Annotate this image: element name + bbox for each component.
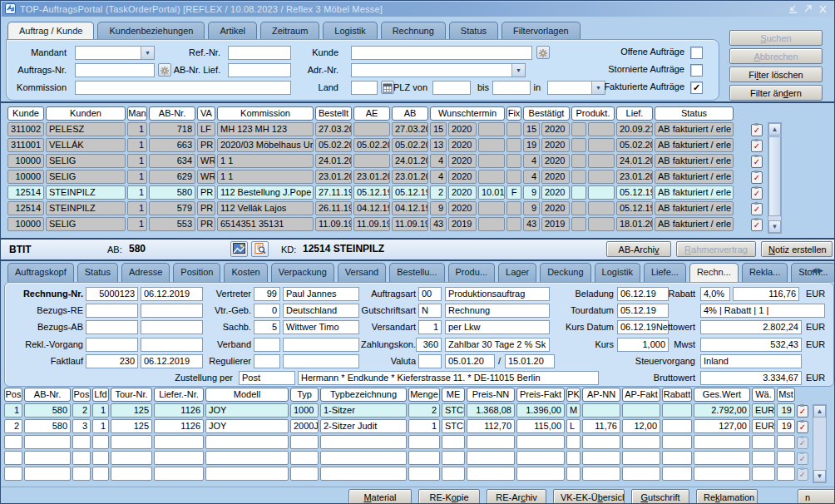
- versandart-text-field[interactable]: per Lkw: [445, 320, 550, 334]
- button-abbrechen[interactable]: Abbrechen: [729, 48, 823, 64]
- plz-bis-input[interactable]: [492, 81, 531, 95]
- verband-text-field[interactable]: [283, 338, 359, 352]
- scroll-down-icon[interactable]: ▼: [813, 470, 826, 482]
- column-header-mst[interactable]: Mst: [777, 388, 795, 402]
- column-header-kommission[interactable]: Kommission: [217, 106, 314, 121]
- table-row[interactable]: 2580311251126JOY2000J2-Sitzer Judit1STCK…: [4, 419, 795, 433]
- tab-scroll-arrows[interactable]: ◀▶: [811, 266, 824, 274]
- column-header-me[interactable]: ME: [442, 388, 465, 402]
- detail-tab-logistik[interactable]: Logistik: [595, 263, 640, 282]
- tab-logistik[interactable]: Logistik: [323, 22, 377, 40]
- column-header-ges-wert[interactable]: Ges.Wert: [694, 388, 750, 402]
- button-suchen[interactable]: Suchen: [729, 30, 823, 46]
- table-row[interactable]: [4, 435, 795, 449]
- scroll-up-icon[interactable]: ▲: [813, 405, 826, 418]
- scroll-thumb[interactable]: [768, 136, 781, 216]
- zahlungskon-code-field[interactable]: 360: [416, 338, 442, 352]
- bezugs-re-datum-field[interactable]: [141, 304, 203, 318]
- table-row[interactable]: 311001VELLÁK1663PR2020/03 Möbelhaus Unga…: [7, 138, 734, 152]
- mwst-field[interactable]: 532,43: [700, 338, 802, 352]
- rekl-vorgang-field[interactable]: [86, 338, 138, 352]
- detail-tab-verpackung[interactable]: Verpackung: [271, 263, 334, 282]
- faktlauf-datum-field[interactable]: 06.12.2019: [141, 354, 203, 368]
- checkbox-offene-auftr-ge[interactable]: [690, 47, 703, 59]
- column-header-fix[interactable]: Fix: [506, 106, 521, 121]
- note-clipboard-icon[interactable]: ✓: [797, 437, 808, 449]
- column-header-pos[interactable]: Pos: [72, 388, 91, 402]
- column-header-ab-nr[interactable]: AB-Nr.: [149, 106, 195, 121]
- note-clipboard-icon[interactable]: ✓: [751, 203, 763, 215]
- rekl-vorgang-datum-field[interactable]: [141, 338, 203, 352]
- scroll-up-icon[interactable]: ▲: [768, 123, 781, 136]
- column-header-ap-fakt[interactable]: AP-Fakt: [622, 388, 660, 402]
- vtr-geb-code-field[interactable]: 0: [254, 304, 280, 318]
- zahlungskon-text-field[interactable]: Zahlbar 30 Tage 2 % Sk: [445, 338, 550, 352]
- regulierer-code-field[interactable]: [254, 354, 280, 368]
- table-row[interactable]: [4, 467, 795, 481]
- table-row[interactable]: 1580211251126JOY10001-Sitzer2STCK1.368,0…: [4, 403, 795, 418]
- tab-artikel[interactable]: Artikel: [208, 22, 257, 40]
- auftragsart-text-field[interactable]: Produktionsauftrag: [445, 287, 550, 301]
- column-header-typbezeichnung[interactable]: Typbezeichnung: [320, 388, 407, 402]
- chevron-down-icon[interactable]: ▼: [511, 64, 525, 77]
- button-material[interactable]: Material: [348, 489, 412, 504]
- bezugs-re-field[interactable]: [86, 304, 138, 318]
- note-clipboard-icon[interactable]: ✓: [751, 187, 763, 200]
- column-header-w[interactable]: Wä.: [752, 388, 775, 402]
- tab-status[interactable]: Status: [449, 22, 498, 40]
- steuervorgang-field[interactable]: Inland: [700, 354, 802, 368]
- note-clipboard-icon[interactable]: ✓: [751, 219, 763, 231]
- note-clipboard-icon[interactable]: ✓: [751, 171, 763, 184]
- column-header-ab[interactable]: AB: [392, 106, 428, 121]
- regulierer-text-field[interactable]: [283, 354, 359, 368]
- vtr-geb-text-field[interactable]: Deutschland: [283, 304, 359, 318]
- positions-scrollbar[interactable]: ▲ ▼: [813, 404, 827, 483]
- orders-scrollbar[interactable]: ▲ ▼: [768, 122, 782, 234]
- tab-auftrag-kunde[interactable]: Auftrag / Kunde: [7, 22, 94, 40]
- column-header-preis-fakt[interactable]: Preis-Fakt: [516, 388, 565, 402]
- column-header-wunschtermin[interactable]: Wunschtermin: [430, 106, 505, 121]
- table-row[interactable]: 10000SELIG1629WR1 123.01.2023.01.2023.01…: [7, 170, 734, 184]
- rechnung-datum-field[interactable]: 06.12.2019: [141, 287, 203, 301]
- bezugs-ab-datum-field[interactable]: [141, 320, 203, 334]
- column-header-va[interactable]: VA: [197, 106, 215, 121]
- plz-von-input[interactable]: [432, 81, 471, 95]
- note-clipboard-icon[interactable]: ✓: [751, 156, 763, 168]
- button-filter-ndern[interactable]: Filter ändern: [729, 85, 823, 101]
- bruttowert-field[interactable]: 3.334,67: [700, 371, 802, 385]
- tab-zeitraum[interactable]: Zeitraum: [260, 22, 319, 40]
- valuta-bis-field[interactable]: 15.01.20: [505, 354, 555, 368]
- column-header-bestellt[interactable]: Bestellt: [315, 106, 352, 121]
- detail-tab-liefe[interactable]: Liefe...: [644, 263, 686, 282]
- sachb-text-field[interactable]: Wittwer Timo: [283, 320, 359, 334]
- window-close-icon[interactable]: [818, 3, 830, 15]
- note-clipboard-icon[interactable]: ✓: [751, 124, 763, 136]
- button-reklamation[interactable]: Reklamation: [696, 489, 758, 504]
- column-header-produkt[interactable]: Produkt.: [571, 106, 615, 121]
- column-header-liefer-nr[interactable]: Liefer.-Nr.: [154, 388, 204, 402]
- column-header-ae[interactable]: AE: [353, 106, 390, 121]
- nettowert-field[interactable]: 2.802,24: [700, 320, 802, 334]
- column-header-modell[interactable]: Modell: [205, 388, 289, 402]
- column-header-ap-nn[interactable]: AP-NN: [582, 388, 620, 402]
- table-row[interactable]: [4, 451, 795, 465]
- image-icon[interactable]: [230, 241, 248, 257]
- column-header-status[interactable]: Status: [655, 106, 734, 121]
- tourdatum-field[interactable]: 05.12.19: [617, 304, 669, 318]
- verband-code-field[interactable]: [254, 338, 280, 352]
- column-header-lfd[interactable]: Lfd: [92, 388, 109, 402]
- detail-tab-rekla[interactable]: Rekla...: [742, 263, 788, 282]
- column-header-best-tigt[interactable]: Bestätigt: [523, 106, 570, 121]
- faktlauf-field[interactable]: 230: [86, 354, 138, 368]
- table-row[interactable]: 10000SELIG1553PR6514351 3513111.09.1911.…: [7, 217, 734, 231]
- note-clipboard-icon[interactable]: ✓: [797, 452, 808, 465]
- note-clipboard-icon[interactable]: ✓: [751, 140, 763, 152]
- vertreter-text-field[interactable]: Paul Jannes: [283, 287, 359, 301]
- button-ab-archiv[interactable]: AB-Archiv: [606, 241, 671, 257]
- valuta-von-field[interactable]: 05.01.20: [445, 354, 495, 368]
- column-header-lief[interactable]: Lief.: [616, 106, 653, 121]
- kunde-input[interactable]: [351, 46, 532, 60]
- bezugs-ab-field[interactable]: [86, 320, 138, 334]
- checkbox-stornierte-auftr-ge[interactable]: [690, 64, 703, 77]
- versandart-code-field[interactable]: 1: [418, 320, 442, 334]
